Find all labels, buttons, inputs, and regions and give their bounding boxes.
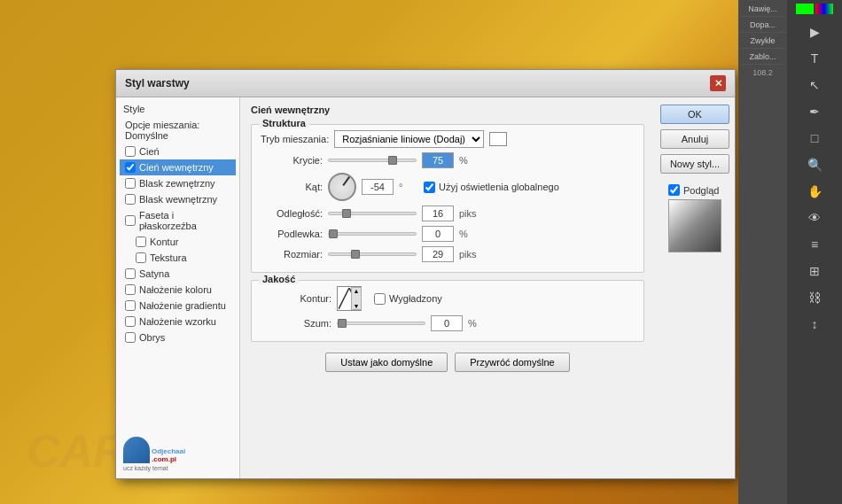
sidebar-item-nar-wzorku[interactable]: Nałożenie wzorku: [120, 314, 236, 330]
podlewka-slider[interactable]: [328, 232, 417, 236]
kat-row: Kąt: ° Użyj oświetlenia globalnego: [261, 173, 635, 201]
sidebar-cb-nar-grad[interactable]: [125, 300, 136, 311]
szum-input[interactable]: [431, 315, 463, 331]
sidebar-item-cien[interactable]: Cień: [120, 143, 236, 159]
global-label[interactable]: Użyj oświetlenia globalnego: [424, 182, 559, 193]
panel-label-zablo[interactable]: Zablo...: [740, 50, 785, 65]
cursor-icon[interactable]: ↖: [802, 73, 827, 97]
rozmiar-unit: piks: [459, 249, 479, 260]
panel-label-dopa[interactable]: Dopa...: [740, 18, 785, 33]
sidebar-item-obrys[interactable]: Obrys: [120, 330, 236, 345]
right-action-buttons: OK Anuluj Nowy styl... Podgląd: [655, 97, 735, 478]
wygladzony-checkbox[interactable]: [374, 293, 386, 305]
panel-label-zwykle[interactable]: Zwykłe: [740, 34, 785, 49]
odleglosc-unit: piks: [459, 208, 479, 219]
logo-tagline: ucz każdy temat: [123, 465, 185, 471]
sidebar-cb-blask-zewn[interactable]: [125, 178, 136, 189]
tryb-select[interactable]: Rozjaśnianie liniowe (Dodaj): [334, 130, 484, 148]
panel-label-nawie[interactable]: Nawię...: [740, 2, 785, 17]
sidebar-cb-nar-wzorku[interactable]: [125, 316, 136, 327]
kontur-label: Kontur:: [261, 293, 331, 304]
logo-text: Odjechaai.com.pl: [152, 447, 185, 463]
sidebar-item-label-tekstura: Tekstura: [150, 252, 187, 263]
krycie-thumb[interactable]: [388, 156, 397, 165]
sidebar-cb-cien-wewn[interactable]: [125, 162, 136, 173]
type-icon[interactable]: T: [802, 46, 827, 71]
szum-thumb[interactable]: [338, 319, 347, 328]
krycie-unit: %: [459, 155, 479, 166]
podglad-label[interactable]: Podgląd: [668, 184, 721, 196]
global-checkbox[interactable]: [424, 182, 435, 193]
szum-slider[interactable]: [337, 322, 425, 325]
zoom-icon[interactable]: 🔍: [802, 152, 827, 177]
main-content-area: Cień wewnętrzny Struktura Tryb mieszania…: [240, 97, 655, 478]
preview-area: Podgląd: [668, 184, 721, 252]
nowy-styl-button[interactable]: Nowy styl...: [660, 154, 729, 174]
sidebar-item-label-nar-grad: Nałożenie gradientu: [139, 300, 226, 311]
rozmiar-row: Rozmiar: piks: [261, 246, 635, 262]
przywroc-button[interactable]: Przywróć domyślne: [455, 353, 569, 372]
right-side-panel: Nawię... Dopa... Zwykłe Zablo... 108.2: [738, 0, 787, 504]
kat-dial[interactable]: [328, 173, 356, 201]
sidebar-cb-tekstura[interactable]: [136, 252, 146, 263]
kontur-thumb[interactable]: ▲ ▼: [337, 286, 362, 311]
anuluj-button[interactable]: Anuluj: [660, 129, 729, 149]
odleglosc-slider[interactable]: [328, 212, 417, 215]
kontur-arrows[interactable]: ▲ ▼: [351, 287, 362, 310]
sidebar-item-cien-wewn[interactable]: Cień wewnętrzny: [120, 159, 236, 175]
podlewka-row: Podlewka: %: [261, 226, 635, 242]
sidebar-item-nar-koloru[interactable]: Nałożenie koloru: [120, 282, 236, 298]
tryb-color-swatch[interactable]: [489, 132, 507, 146]
hand-icon[interactable]: ✋: [802, 179, 827, 204]
sidebar-cb-obrys[interactable]: [125, 332, 136, 343]
shape-icon[interactable]: □: [802, 126, 827, 151]
odleglosc-thumb[interactable]: [342, 209, 351, 218]
sidebar-item-satyna[interactable]: Satyna: [120, 266, 236, 282]
right-toolbar: ▶ T ↖ ✒ □ 🔍 ✋ 👁 ≡ ⊞ ⛓ ↕: [787, 0, 842, 504]
sidebar-item-tekstura[interactable]: Tekstura: [120, 250, 236, 266]
link-icon[interactable]: ⛓: [802, 285, 827, 310]
krycie-slider[interactable]: [328, 159, 417, 162]
sidebar-item-label-blask-wewn: Blask wewnętrzny: [139, 194, 217, 205]
odleglosc-row: Odległość: piks: [261, 205, 635, 221]
arrow-icon[interactable]: ↕: [802, 312, 827, 337]
sidebar-item-faseta[interactable]: Faseta i płaskorzeźba: [120, 207, 236, 234]
kontur-row: Kontur: ▲ ▼ Wygładzony: [261, 286, 635, 311]
sidebar-cb-faseta[interactable]: [125, 215, 136, 226]
podglad-checkbox[interactable]: [668, 184, 680, 196]
dialog-titlebar: Styl warstwy ✕: [116, 70, 735, 97]
sidebar-item-kontur[interactable]: Kontur: [120, 234, 236, 250]
sidebar-item-opcje[interactable]: Opcje mieszania: Domyślne: [120, 117, 236, 143]
sidebar-item-label-cien-wewn: Cień wewnętrzny: [139, 162, 214, 173]
rozmiar-input[interactable]: [422, 246, 454, 262]
kat-dial-line: [342, 176, 350, 186]
podlewka-unit: %: [459, 229, 479, 239]
sidebar-cb-cien[interactable]: [125, 146, 136, 157]
pen-icon[interactable]: ✒: [802, 99, 827, 124]
close-button[interactable]: ✕: [710, 75, 726, 91]
sidebar-item-blask-zewn[interactable]: Blask zewnętrzny: [120, 175, 236, 191]
wygladzony-label[interactable]: Wygładzony: [374, 293, 442, 305]
kat-input[interactable]: [362, 179, 394, 195]
color-green[interactable]: [796, 4, 814, 14]
eye-icon[interactable]: 👁: [802, 205, 827, 230]
ok-button[interactable]: OK: [660, 105, 729, 124]
sidebar-cb-satyna[interactable]: [125, 268, 136, 279]
odleglosc-input[interactable]: [422, 205, 454, 221]
sidebar-header: Style: [120, 101, 236, 117]
color-spectrum[interactable]: [815, 4, 833, 14]
rozmiar-slider[interactable]: [328, 252, 417, 256]
podlewka-thumb[interactable]: [329, 229, 338, 238]
krycie-input[interactable]: [422, 152, 454, 168]
sidebar-cb-nar-koloru[interactable]: [125, 284, 136, 295]
sidebar-item-nar-grad[interactable]: Nałożenie gradientu: [120, 298, 236, 314]
sidebar-item-blask-wewn[interactable]: Blask wewnętrzny: [120, 191, 236, 207]
layer-icon[interactable]: ≡: [802, 232, 827, 257]
podlewka-input[interactable]: [422, 226, 454, 242]
ustaw-button[interactable]: Ustaw jako domyślne: [325, 353, 448, 372]
rozmiar-thumb[interactable]: [351, 250, 360, 259]
grid-icon[interactable]: ⊞: [802, 259, 827, 283]
sidebar-cb-blask-wewn[interactable]: [125, 194, 136, 205]
sidebar-cb-kontur[interactable]: [136, 236, 146, 247]
play-icon[interactable]: ▶: [802, 19, 827, 44]
